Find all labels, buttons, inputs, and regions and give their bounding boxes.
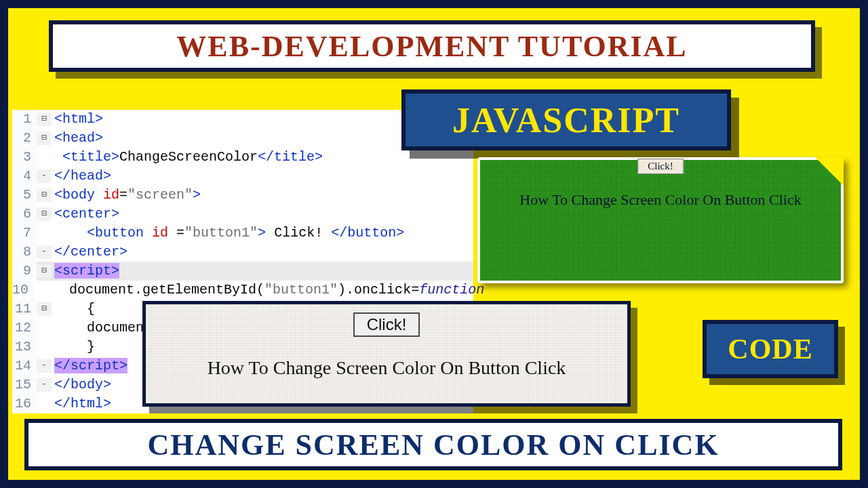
preview-click-button-green[interactable]: Click! (637, 159, 684, 174)
code-line: 7 <button id ="button1"> Click! </button… (12, 224, 473, 243)
top-title-text: WEB-DEVELOPMENT TUTORIAL (176, 29, 687, 64)
code-badge-text: CODE (728, 333, 812, 365)
line-number: 4 (12, 167, 37, 186)
preview-caption-white: How To Change Screen Color On Button Cli… (146, 357, 627, 379)
fold-toggle-icon[interactable]: ⊟ (37, 207, 52, 221)
code-text: </center> (52, 243, 473, 262)
line-number: 7 (12, 224, 37, 243)
code-line: 10 document.getElementById("button1").on… (12, 281, 473, 300)
line-number: 2 (12, 129, 37, 148)
line-number: 6 (12, 205, 37, 224)
line-number: 10 (12, 281, 34, 300)
fold-toggle-icon[interactable]: - (37, 245, 52, 259)
code-text: <title>ChangeScreenColor</title> (52, 148, 473, 167)
code-text: </head> (52, 167, 473, 186)
line-number: 14 (12, 357, 37, 375)
line-number: 16 (12, 394, 37, 413)
code-line: 9⊟<script> (12, 262, 473, 281)
code-badge: CODE (703, 320, 838, 378)
line-number: 9 (12, 262, 37, 281)
bottom-title-banner: CHANGE SCREEN COLOR ON CLICK (24, 419, 842, 470)
fold-toggle-icon[interactable]: - (37, 359, 52, 373)
fold-toggle-icon[interactable]: - (37, 169, 52, 183)
fold-toggle-icon[interactable]: ⊟ (37, 188, 52, 202)
preview-click-button-white[interactable]: Click! (353, 312, 420, 337)
fold-toggle-icon[interactable]: ⊟ (37, 131, 52, 145)
thumbnail-frame: WEB-DEVELOPMENT TUTORIAL 1⊟<html>2⊟<head… (0, 0, 868, 488)
bottom-title-text: CHANGE SCREEN COLOR ON CLICK (147, 428, 719, 462)
top-title-banner: WEB-DEVELOPMENT TUTORIAL (49, 20, 815, 72)
line-number: 3 (12, 148, 37, 167)
code-text: <body id="screen"> (52, 186, 473, 205)
line-number: 5 (12, 186, 37, 205)
before-click-preview: Click! How To Change Screen Color On But… (142, 301, 631, 407)
code-text: document.getElementById("button1").oncli… (34, 281, 484, 300)
fold-toggle-icon[interactable]: ⊟ (37, 113, 52, 126)
fold-toggle-icon[interactable]: - (37, 378, 52, 392)
javascript-badge-text: JAVASCRIPT (452, 100, 680, 140)
fold-toggle-icon[interactable]: ⊟ (37, 302, 52, 316)
code-line: 8-</center> (12, 243, 473, 262)
line-number: 12 (12, 319, 37, 338)
line-number: 11 (12, 300, 37, 319)
javascript-badge: JAVASCRIPT (401, 89, 731, 150)
preview-caption-green: How To Change Screen Color On Button Cli… (480, 191, 841, 209)
after-click-preview: Click! How To Change Screen Color On But… (477, 157, 844, 283)
fold-toggle-icon[interactable]: ⊟ (37, 264, 52, 278)
code-text: <script> (52, 262, 473, 281)
code-line: 3 <title>ChangeScreenColor</title> (12, 148, 473, 167)
line-number: 1 (12, 110, 37, 129)
code-text: <button id ="button1"> Click! </button> (52, 224, 473, 243)
line-number: 15 (12, 375, 37, 394)
code-text: <center> (52, 205, 473, 224)
code-line: 4-</head> (12, 167, 473, 186)
code-line: 5⊟<body id="screen"> (12, 186, 473, 205)
line-number: 8 (12, 243, 37, 262)
code-line: 6⊟<center> (12, 205, 473, 224)
line-number: 13 (12, 338, 37, 357)
